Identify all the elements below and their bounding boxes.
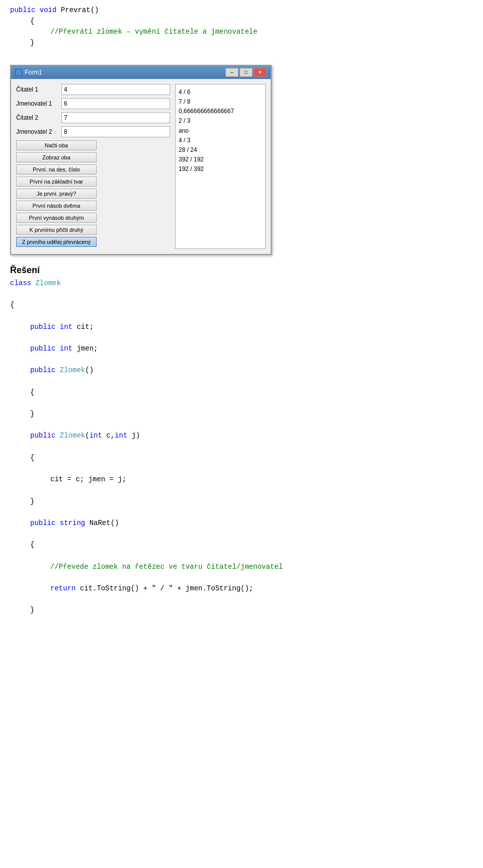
param-j: j) — [127, 431, 140, 440]
input-citatel1[interactable] — [61, 84, 170, 95]
field-row-citatel1: Čitatel 1 — [16, 84, 170, 95]
section-heading-reseni: Řešení — [10, 265, 473, 276]
brace-class-open: { — [10, 301, 14, 309]
field-row-jmenovatel1: Jmenovatel 1 — [16, 98, 170, 109]
brace-open: { — [30, 17, 34, 25]
kw-int-c: int — [90, 431, 102, 440]
top-code-block: public void Prevrat() { //Převrátí zlome… — [10, 5, 473, 49]
keyword-void: void — [40, 6, 57, 14]
output-line-6: 4 / 3 — [179, 136, 262, 145]
ctor0-name: Zlomek — [60, 366, 85, 374]
button-k-prvnimu-prici-druhy[interactable]: K prvnímu přičti druhý — [16, 225, 97, 235]
kw-class: class — [10, 279, 35, 287]
output-line-5: ano — [179, 126, 262, 136]
field-row-jmenovatel2: Jmenovatel 2 — [16, 126, 170, 137]
output-line-9: 192 / 392 — [179, 164, 262, 174]
ctor1-paren-open: ( — [85, 431, 89, 440]
form-output-panel: 4 / 6 7 / 8 0,666666666666667 2 / 3 ano … — [175, 84, 266, 249]
button-prvni-nasob-dvema[interactable]: První násob dvěma — [16, 201, 97, 211]
field-cit: cit; — [72, 323, 94, 331]
output-line-2: 7 / 8 — [179, 97, 262, 107]
button-prvni-vynasob-druhym[interactable]: První vynásob druhým — [16, 213, 97, 223]
kw-int-cit: int — [60, 323, 72, 331]
close-button[interactable]: ✕ — [254, 68, 267, 77]
input-citatel2[interactable] — [61, 112, 170, 123]
brace-ctor1-open: { — [30, 454, 34, 462]
window-controls[interactable]: – □ ✕ — [225, 68, 267, 77]
keyword-public: public — [10, 6, 40, 14]
kw-int-j: int — [115, 431, 127, 440]
kw-public-ctor0: public — [30, 366, 60, 374]
method-naret: NaRet() — [85, 519, 119, 527]
param-c: c, — [102, 431, 115, 440]
brace-naret-open: { — [30, 541, 34, 549]
label-jmenovatel1: Jmenovatel 1 — [16, 100, 61, 107]
output-line-8: 392 / 192 — [179, 155, 262, 164]
output-line-7: 28 / 24 — [179, 145, 262, 155]
brace-close: } — [30, 39, 34, 47]
brace-ctor0-close: } — [30, 410, 34, 418]
input-jmenovatel2[interactable] — [61, 126, 170, 137]
kw-public-jmen: public — [30, 344, 60, 353]
output-line-4: 2 / 3 — [179, 116, 262, 126]
minimize-button[interactable]: – — [225, 68, 238, 77]
button-prvni-des-cislo[interactable]: První. na des. číslo — [16, 164, 97, 175]
button-je-prvni-pravy[interactable]: Je první. pravý? — [16, 189, 97, 199]
form-app-icon — [15, 69, 22, 76]
output-line-3: 0,666666666666667 — [179, 107, 262, 116]
label-citatel1: Čitatel 1 — [16, 86, 61, 93]
button-z-prvniho-udelej-prevraceny[interactable]: Z prvního udělej převrácený — [16, 237, 97, 247]
kw-string-naret: string — [60, 519, 85, 527]
method-name: Prevrat() — [56, 6, 99, 14]
class-name-zlomek: Zlomek — [35, 279, 60, 287]
field-row-citatel2: Čitatel 2 — [16, 112, 170, 123]
brace-naret-close: } — [30, 606, 34, 614]
form-left-panel: Čitatel 1 Jmenovatel 1 Čitatel 2 Jmenova… — [16, 84, 170, 249]
brace-ctor1-close: } — [30, 497, 34, 505]
brace-ctor0-open: { — [30, 388, 34, 396]
form-window: Form1 – □ ✕ Čitatel 1 Jmenovatel 1 Čitat… — [10, 65, 272, 255]
solution-code-block: class Zlomek { public int cit; public in… — [10, 278, 473, 616]
kw-public-ctor1: public — [30, 431, 60, 440]
input-jmenovatel1[interactable] — [61, 98, 170, 109]
maximize-button[interactable]: □ — [239, 68, 253, 77]
output-line-1: 4 / 6 — [179, 88, 262, 97]
stmt-cit-jmen: cit = c; jmen = j; — [50, 475, 126, 483]
kw-public-cit: public — [30, 323, 60, 331]
kw-public-naret: public — [30, 519, 60, 527]
comment-naret: //Převede zlomek na řetězec ve tvaru čit… — [50, 563, 283, 571]
kw-int-jmen: int — [60, 344, 72, 353]
button-prvni-zakladni-tvar[interactable]: První na základní tvar — [16, 177, 97, 187]
kw-return: return — [50, 584, 75, 592]
field-jmen: jmen; — [72, 344, 98, 353]
ctor1-name: Zlomek — [60, 431, 85, 440]
stmt-return-naret: cit.ToString() + " / " + jmen.ToString()… — [75, 584, 253, 592]
form-title-left: Form1 — [15, 69, 42, 76]
button-nacti-oba[interactable]: Načti oba — [16, 140, 97, 150]
form-body: Čitatel 1 Jmenovatel 1 Čitatel 2 Jmenova… — [11, 79, 271, 254]
label-citatel2: Čitatel 2 — [16, 114, 61, 121]
ctor0-params: () — [85, 366, 94, 374]
button-zobraz-oba[interactable]: Zobraz oba — [16, 152, 97, 162]
form-title-text: Form1 — [25, 69, 42, 76]
label-jmenovatel2: Jmenovatel 2 — [16, 128, 61, 135]
form-titlebar: Form1 – □ ✕ — [11, 66, 271, 79]
comment-prevrat: //Převrátí zlomek – vymění čitatele a jm… — [50, 28, 258, 36]
